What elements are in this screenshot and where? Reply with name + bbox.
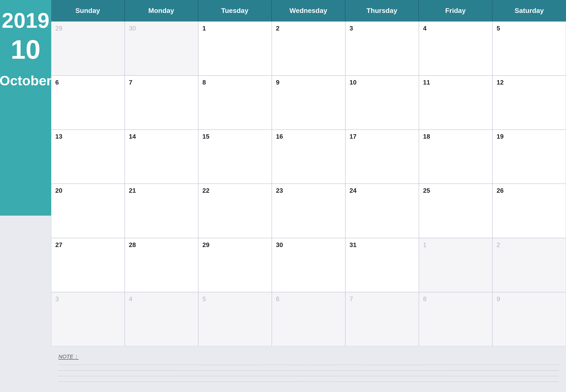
day-number: 3 [55, 295, 121, 303]
notes-label: NOTE： [58, 353, 559, 360]
day-number: 22 [202, 187, 268, 195]
day-number: 2 [276, 25, 341, 32]
day-cell[interactable]: 16 [272, 130, 345, 184]
day-cell[interactable]: 2 [272, 21, 345, 75]
days-grid: 2930123456789101112131415161718192021222… [51, 21, 566, 346]
day-cell[interactable]: 8 [419, 292, 492, 346]
day-number: 25 [423, 187, 488, 195]
day-number: 30 [276, 241, 341, 249]
day-number: 27 [55, 241, 121, 249]
day-cell[interactable]: 19 [492, 130, 566, 184]
day-cell[interactable]: 30 [125, 21, 198, 75]
day-number: 16 [276, 133, 341, 140]
day-cell[interactable]: 17 [345, 130, 419, 184]
day-cell[interactable]: 11 [419, 75, 492, 130]
calendar-page: 2019 10 October SundayMondayTuesdayWedne… [0, 0, 566, 392]
day-cell[interactable]: 30 [272, 238, 345, 292]
day-cell[interactable]: 7 [345, 292, 419, 346]
month-name-label: October [0, 73, 52, 88]
day-cell[interactable]: 4 [419, 21, 492, 75]
header-cell-sunday: Sunday [51, 0, 125, 21]
day-number: 2 [497, 241, 562, 249]
day-cell[interactable]: 3 [345, 21, 419, 75]
day-cell[interactable]: 22 [198, 184, 272, 238]
header-cell-tuesday: Tuesday [198, 0, 272, 21]
day-number: 31 [349, 241, 415, 249]
day-number: 8 [202, 79, 268, 86]
day-number: 21 [129, 187, 194, 195]
day-cell[interactable]: 9 [492, 292, 566, 346]
header-cell-friday: Friday [419, 0, 492, 21]
day-number: 1 [423, 241, 488, 249]
day-number: 1 [202, 25, 268, 32]
day-number: 11 [423, 79, 488, 86]
day-number: 13 [55, 133, 121, 140]
day-cell[interactable]: 6 [51, 75, 125, 130]
day-number: 24 [349, 187, 415, 195]
day-cell[interactable]: 1 [198, 21, 272, 75]
day-number: 19 [497, 133, 562, 140]
day-number: 14 [129, 133, 194, 140]
day-cell[interactable]: 15 [198, 130, 272, 184]
header-cell-monday: Monday [125, 0, 198, 21]
day-cell[interactable]: 21 [125, 184, 198, 238]
weekday-header-row: SundayMondayTuesdayWednesdayThursdayFrid… [51, 0, 566, 21]
day-number: 15 [202, 133, 268, 140]
day-cell[interactable]: 31 [345, 238, 419, 292]
day-number: 4 [129, 295, 194, 303]
day-number: 5 [497, 25, 562, 32]
day-cell[interactable]: 13 [51, 130, 125, 184]
day-cell[interactable]: 9 [272, 75, 345, 130]
day-cell[interactable]: 27 [51, 238, 125, 292]
day-cell[interactable]: 28 [125, 238, 198, 292]
day-cell[interactable]: 10 [345, 75, 419, 130]
day-cell[interactable]: 7 [125, 75, 198, 130]
day-cell[interactable]: 29 [198, 238, 272, 292]
day-cell[interactable]: 3 [51, 292, 125, 346]
day-number: 5 [202, 295, 268, 303]
day-cell[interactable]: 24 [345, 184, 419, 238]
day-number: 10 [349, 79, 415, 86]
day-cell[interactable]: 26 [492, 184, 566, 238]
day-cell[interactable]: 6 [272, 292, 345, 346]
note-line [58, 370, 559, 371]
day-number: 26 [497, 187, 562, 195]
note-line [58, 376, 559, 376]
notes-section: NOTE： [51, 346, 566, 392]
day-number: 28 [129, 241, 194, 249]
header-cell-wednesday: Wednesday [272, 0, 345, 21]
day-cell[interactable]: 8 [198, 75, 272, 130]
day-number: 6 [276, 295, 341, 303]
header-cell-saturday: Saturday [492, 0, 566, 21]
day-cell[interactable]: 4 [125, 292, 198, 346]
day-number: 29 [202, 241, 268, 249]
day-cell[interactable]: 18 [419, 130, 492, 184]
day-cell[interactable]: 20 [51, 184, 125, 238]
day-number: 6 [55, 79, 121, 86]
day-cell[interactable]: 25 [419, 184, 492, 238]
main-content: SundayMondayTuesdayWednesdayThursdayFrid… [51, 0, 566, 392]
day-number: 12 [497, 79, 562, 86]
day-number: 30 [129, 25, 194, 32]
day-number: 4 [423, 25, 488, 32]
day-number: 9 [276, 79, 341, 86]
day-number: 9 [497, 295, 562, 303]
month-number-label: 10 [11, 36, 41, 63]
day-number: 7 [349, 295, 415, 303]
day-cell[interactable]: 14 [125, 130, 198, 184]
day-cell[interactable]: 1 [419, 238, 492, 292]
day-number: 23 [276, 187, 341, 195]
note-line [58, 381, 559, 382]
day-cell[interactable]: 5 [492, 21, 566, 75]
header-cell-thursday: Thursday [345, 0, 419, 21]
day-number: 20 [55, 187, 121, 195]
day-cell[interactable]: 2 [492, 238, 566, 292]
calendar-grid: SundayMondayTuesdayWednesdayThursdayFrid… [51, 0, 566, 346]
day-cell[interactable]: 29 [51, 21, 125, 75]
day-cell[interactable]: 5 [198, 292, 272, 346]
day-cell[interactable]: 12 [492, 75, 566, 130]
day-number: 29 [55, 25, 121, 32]
sidebar: 2019 10 October [0, 0, 51, 392]
year-label: 2019 [2, 10, 49, 31]
day-cell[interactable]: 23 [272, 184, 345, 238]
